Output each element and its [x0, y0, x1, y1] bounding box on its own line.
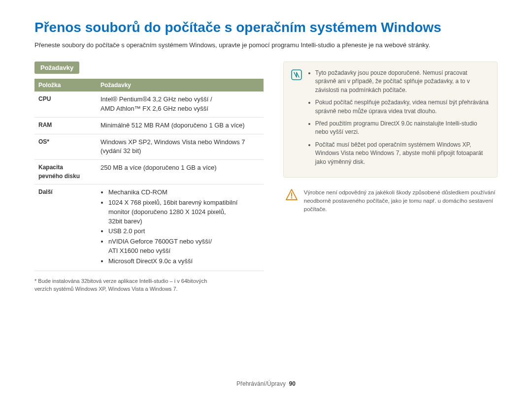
text: Intel® Pentium®4 3,2 GHz nebo vyšší / [100, 95, 212, 103]
row-value-ram: Minimálně 512 MB RAM (doporučeno 1 GB a … [97, 117, 264, 134]
page-footer: Přehrávání/Úpravy 90 [0, 380, 532, 387]
right-column: Tyto požadavky jsou pouze doporučené. Ne… [283, 62, 498, 293]
left-column: Požadavky Položka Požadavky CPU Intel® P… [34, 62, 264, 293]
row-value-storage: 250 MB a více (doporučeno 1 GB a více) [97, 160, 264, 185]
requirements-table: Položka Požadavky CPU Intel® Pentium®4 3… [34, 79, 264, 271]
info-icon [291, 69, 302, 81]
list-item: Pokud počítač nesplňuje požadavky, videa… [315, 98, 489, 116]
content-columns: Požadavky Položka Požadavky CPU Intel® P… [34, 62, 498, 293]
text: nVIDIA Geforce 7600GT nebo vyšší/ [108, 238, 212, 245]
page-title: Přenos souborů do počítače s operačním s… [34, 20, 498, 35]
text: 32bit barev) [108, 217, 142, 225]
intro-text: Přeneste soubory do počítače s operačním… [34, 41, 498, 49]
row-label-other: Další [34, 185, 97, 271]
requirements-badge: Požadavky [34, 62, 79, 74]
svg-point-2 [291, 197, 293, 199]
text: AMD Athlon™ FX 2,6 GHz nebo vyšší [100, 105, 208, 112]
footer-page-number: 90 [289, 380, 296, 387]
list-item: 1024 X 768 pixelů, 16bit barevný kompati… [108, 198, 260, 226]
row-value-other: Mechanika CD-ROM 1024 X 768 pixelů, 16bi… [97, 185, 264, 271]
text: (vydání 32 bit) [100, 147, 141, 154]
table-row: Kapacita pevného disku 250 MB a více (do… [34, 160, 264, 185]
footnote: * Bude instalována 32bitová verze aplika… [34, 277, 264, 293]
warning-icon [285, 188, 298, 201]
text: pevného disku [38, 173, 80, 180]
list-item: Tyto požadavky jsou pouze doporučené. Ne… [315, 69, 489, 94]
document-page: Přenos souborů do počítače s operačním s… [0, 0, 532, 401]
text: 1024 X 768 pixelů, 16bit barevný kompati… [108, 199, 237, 206]
text: Windows XP SP2, Windows Vista nebo Windo… [100, 138, 245, 146]
list-item: Před použitím programu DirectX 9.0c nain… [315, 120, 489, 137]
row-label-storage: Kapacita pevného disku [34, 160, 97, 185]
list-item: Microsoft DirectX 9.0c a vyšší [108, 257, 260, 266]
row-value-cpu: Intel® Pentium®4 3,2 GHz nebo vyšší / AM… [97, 92, 264, 117]
list-item: Počítač musí běžet pod operačním systéme… [315, 141, 489, 166]
table-row: CPU Intel® Pentium®4 3,2 GHz nebo vyšší … [34, 92, 264, 117]
text: Kapacita [38, 164, 63, 171]
footer-section: Přehrávání/Úpravy [236, 380, 286, 387]
table-row: Další Mechanika CD-ROM 1024 X 768 pixelů… [34, 185, 264, 271]
list-item: USB 2.0 port [108, 227, 260, 236]
col-header-req: Požadavky [97, 79, 264, 92]
warning-box: Výrobce není odpovědný za jakékoli škody… [283, 188, 498, 214]
row-value-os: Windows XP SP2, Windows Vista nebo Windo… [97, 134, 264, 160]
list-item: nVIDIA Geforce 7600GT nebo vyšší/ ATI X1… [108, 237, 260, 256]
table-row: RAM Minimálně 512 MB RAM (doporučeno 1 G… [34, 117, 264, 134]
row-label-ram: RAM [34, 117, 97, 134]
text: * Bude instalována 32bitová verze aplika… [34, 278, 207, 284]
table-row: OS* Windows XP SP2, Windows Vista nebo W… [34, 134, 264, 160]
info-note-box: Tyto požadavky jsou pouze doporučené. Ne… [283, 62, 498, 178]
list-item: Mechanika CD-ROM [108, 188, 260, 197]
text: verzích systémů Windows XP, Windows Vist… [34, 286, 178, 292]
row-label-os: OS* [34, 134, 97, 160]
text: monitor (doporučeno 1280 X 1024 pixelů, [108, 208, 226, 216]
info-list: Tyto požadavky jsou pouze doporučené. Ne… [308, 69, 489, 170]
warning-text: Výrobce není odpovědný za jakékoli škody… [304, 188, 496, 214]
text: ATI X1600 nebo vyšší [108, 247, 170, 254]
col-header-item: Položka [34, 79, 97, 92]
row-label-cpu: CPU [34, 92, 97, 117]
